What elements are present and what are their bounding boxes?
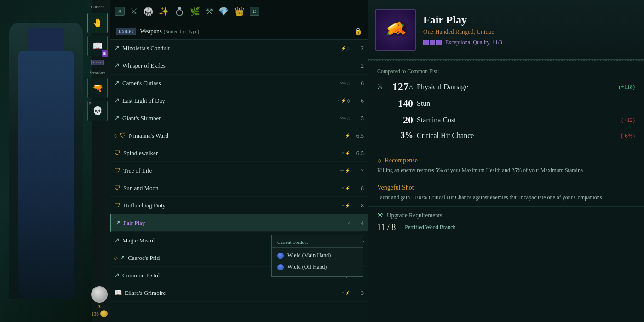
item-name: Minoletta's Conduit <box>122 45 339 52</box>
stat-name-damage: Physical Damage <box>417 83 615 91</box>
stat-row-damage: ⚔ 127^ Physical Damage (+118) <box>377 80 635 93</box>
item-enchants: ⚡ ◇ <box>341 46 350 51</box>
current-label: Current <box>91 5 104 9</box>
shield-icon: 🛡 <box>114 167 121 174</box>
stat-diff-damage: (+118) <box>619 83 635 91</box>
gem-icon[interactable]: 💎 <box>218 6 229 17</box>
secondary-label: Secondary <box>90 71 105 75</box>
context-wield-off[interactable]: Wield (Off Hand) <box>272 261 363 273</box>
swords-icon[interactable]: ⚔ <box>130 6 138 17</box>
item-thumbnail: 🔫 <box>375 9 416 51</box>
lalt-badge[interactable]: L ALT <box>91 60 103 65</box>
resource-count: 3 <box>98 304 101 309</box>
weapon-icon: ↗ <box>114 97 120 104</box>
lshift-badge[interactable]: L SHIFT <box>116 28 136 35</box>
stat-value-crit: 3% <box>390 131 413 140</box>
category-bar: A ⚔ 🥋 ✨ 💍 🌿 ⚒ 💎 👑 D <box>110 0 368 23</box>
item-main-name: Fair Play <box>423 14 637 26</box>
coin-amount: 136 <box>91 311 99 316</box>
item-name: Eilara's Grimoire <box>125 289 340 297</box>
list-item[interactable]: ↗ Carnet's Cutlass ^^^ ◇ 6 <box>110 75 368 92</box>
tab-a[interactable]: A <box>115 7 125 16</box>
context-off-label: Wield (Off Hand) <box>288 264 327 270</box>
crown-icon[interactable]: 👑 <box>234 6 244 17</box>
item-enchants: ^ ⚡ <box>342 203 350 208</box>
food-icon[interactable]: 🌿 <box>190 6 200 17</box>
list-item[interactable]: 🛡 Sun and Moon ^ ⚡ 8 <box>110 179 368 197</box>
weapon-icon: ↗ <box>114 271 120 279</box>
ability-name-recompense: ◇ Recompense <box>377 157 635 164</box>
sort-label: (Sorted by: Type) <box>164 29 199 34</box>
list-item-fair-play[interactable]: ↗ Fair Play ^ 4 <box>110 214 368 232</box>
list-item[interactable]: 📖 Eilara's Grimoire ^ ⚡ 3 <box>110 284 368 302</box>
list-item[interactable]: 🛡 Unflinching Duty ^ ⚡ 8 <box>110 197 368 214</box>
item-enchants: ^^^ ◇ <box>340 116 350 121</box>
item-name: Spindlewalker <box>123 150 340 157</box>
weapon-icon: ↗ <box>114 79 120 87</box>
item-name: Nimanna's Ward <box>129 132 343 139</box>
item-name: Whisper of Exiles <box>122 62 350 69</box>
stat-name-stun: Stun <box>417 99 635 108</box>
quality-pip-2 <box>430 40 435 45</box>
secondary-weapon-slot[interactable]: 🔫 <box>87 78 108 98</box>
equipment-slots: Current 🤚 📖 III L ALT Secondary 🔫 IV 💀 3… <box>85 0 110 322</box>
stat-value-stamina: 20 <box>390 114 413 126</box>
shield-icon: 🛡 <box>114 150 121 157</box>
item-name: Carnet's Cutlass <box>122 80 338 87</box>
tools-icon[interactable]: ⚒ <box>206 6 213 17</box>
shield-icon: 🛡 <box>114 184 121 192</box>
main-hand-slot[interactable]: 🤚 <box>87 13 108 33</box>
diamond-icon: ◇ <box>114 133 118 138</box>
left-character-panel: Current 🤚 📖 III L ALT Secondary 🔫 IV 💀 3… <box>0 0 110 322</box>
ring-icon[interactable]: 💍 <box>174 6 184 17</box>
list-item[interactable]: ↗ Giant's Slumber ^^^ ◇ 5 <box>110 109 368 127</box>
stat-name-crit: Critical Hit Chance <box>417 132 617 140</box>
item-weight: 6.5 <box>350 132 364 139</box>
list-item[interactable]: ↗ Minoletta's Conduit ⚡ ◇ 2 <box>110 40 368 57</box>
item-enchants: ⚡ <box>345 133 350 138</box>
ability-desc-recompense: Killing an enemy restores 5% of your Max… <box>377 166 635 174</box>
hand-icon: 🤚 <box>92 18 103 28</box>
list-item[interactable]: 🛡 Spindlewalker ^ ⚡ 6.5 <box>110 144 368 162</box>
item-weight: 8 <box>350 202 364 209</box>
weapon-icon: ↗ <box>115 219 121 227</box>
character-silhouette <box>9 23 83 299</box>
quality-pip-1 <box>423 40 429 45</box>
stat-value-damage: 127^ <box>390 80 413 93</box>
character-figure <box>0 0 92 322</box>
context-wield-main[interactable]: Wield (Main Hand) <box>272 250 363 261</box>
tab-d[interactable]: D <box>250 7 259 16</box>
armor-icon[interactable]: 🥋 <box>143 6 153 17</box>
lock-icon[interactable]: 🔒 <box>354 27 362 35</box>
quality-bar: Exceptional Quality, +1/3 <box>423 39 637 46</box>
item-weight: 7 <box>350 167 364 174</box>
weapon-icon: ↗ <box>114 114 120 122</box>
magic-icon[interactable]: ✨ <box>159 6 169 17</box>
item-weight: 2 <box>350 45 364 52</box>
context-title: Current Loadout <box>272 239 363 248</box>
stat-name-stamina: Stamina Cost <box>417 116 618 124</box>
detail-panel: 🔫 Fair Play One-Handed Ranged, Unique Ex… <box>368 0 644 322</box>
list-item[interactable]: ◇ 🛡 Nimanna's Ward ⚡ 6.5 <box>110 127 368 144</box>
category-title: Weapons <box>140 28 161 35</box>
item-weight: 5 <box>350 115 364 122</box>
item-enchants: ^ ⚡ <box>342 291 350 295</box>
book-slot[interactable]: 📖 III <box>87 36 108 56</box>
list-item[interactable]: 🛡 Tree of Life ^^ ⚡ 7 <box>110 162 368 179</box>
secondary-slot-2[interactable]: IV 💀 <box>87 101 108 121</box>
stats-area: Compared to Common Fist: ⚔ 127^ Physical… <box>368 61 644 152</box>
gem-blue-icon <box>277 253 284 259</box>
item-enchants: ^ ⚡ <box>342 186 350 190</box>
diamond-icon: ◇ <box>114 255 118 260</box>
list-item[interactable]: ↗ Whisper of Exiles 2 <box>110 57 368 75</box>
list-item[interactable]: ↗ Last Light of Day ^ ⚡ ◇ 6 <box>110 92 368 109</box>
weapon-icon: ↗ <box>114 44 120 52</box>
dagger-icon: ⚔ <box>377 83 386 91</box>
item-name: Sun and Moon <box>123 184 340 192</box>
coin-display: 136 <box>91 310 108 317</box>
coin-icon <box>100 310 108 317</box>
weapon-icon: ↗ <box>114 236 120 244</box>
upgrade-values: 11 / 8 <box>377 223 396 232</box>
item-weight: 6 <box>350 80 364 87</box>
item-weight: 2 <box>350 62 364 69</box>
